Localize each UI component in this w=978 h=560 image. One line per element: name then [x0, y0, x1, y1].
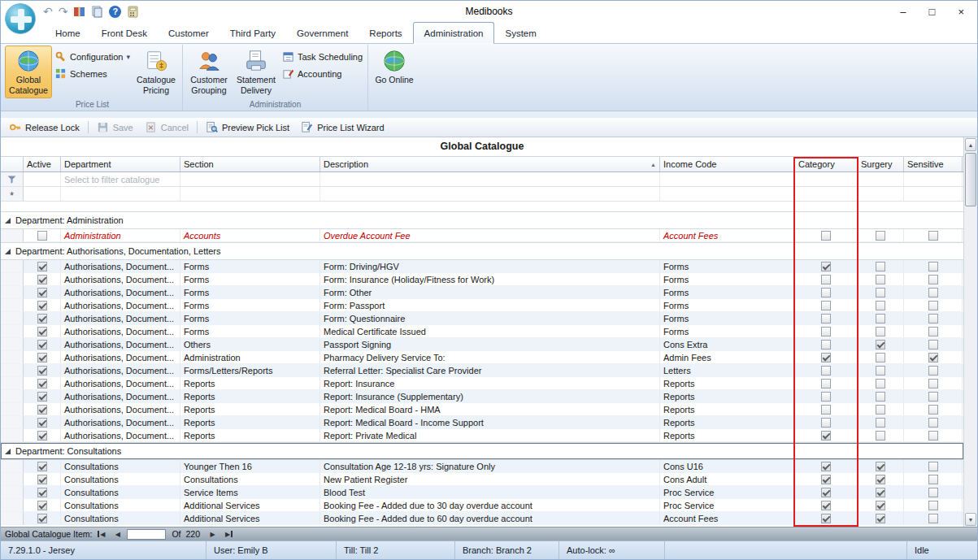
cell-category[interactable] — [795, 416, 858, 429]
cell-description[interactable]: Blood Test — [320, 486, 660, 499]
table-row[interactable]: Authorisations, Document...FormsForm: In… — [1, 273, 963, 286]
cell-sensitive[interactable] — [904, 364, 963, 377]
cell-active[interactable] — [24, 512, 61, 525]
cell-surgery[interactable] — [858, 229, 904, 242]
cell-active[interactable] — [24, 390, 61, 403]
cell-description[interactable]: Referral Letter: Specialist Care Provide… — [320, 364, 660, 377]
cell-surgery[interactable] — [858, 512, 904, 525]
column-header-section[interactable]: Section — [180, 157, 320, 171]
cell-income-code[interactable]: Reports — [660, 429, 795, 442]
active-checkbox[interactable] — [37, 418, 47, 428]
new-row-cell[interactable] — [858, 187, 904, 201]
cell-department[interactable]: Consultations — [61, 486, 180, 499]
sensitive-checkbox[interactable] — [928, 431, 938, 441]
sensitive-checkbox[interactable] — [928, 379, 938, 389]
cancel-button[interactable]: Cancel — [139, 119, 194, 135]
next-record-button[interactable]: ▶ — [206, 529, 220, 540]
cell-department[interactable]: Authorisations, Document... — [61, 377, 180, 390]
tab-front-desk[interactable]: Front Desk — [91, 22, 158, 43]
documents-icon[interactable] — [91, 6, 103, 18]
vertical-scrollbar[interactable]: ▲ ▼ — [963, 137, 977, 527]
cell-income-code[interactable]: Account Fees — [660, 512, 795, 525]
table-row[interactable]: ConsultationsAdditional ServicesBooking … — [1, 499, 963, 512]
surgery-checkbox[interactable] — [876, 275, 885, 284]
cell-description[interactable]: Form: Driving/HGV — [320, 260, 660, 273]
pick-list-icon[interactable] — [73, 6, 85, 18]
cell-section[interactable]: Forms — [180, 299, 320, 312]
category-checkbox[interactable] — [821, 392, 831, 402]
cell-active[interactable] — [24, 229, 61, 242]
preview-pick-list-button[interactable]: Preview Pick List — [200, 119, 295, 135]
cell-category[interactable] — [795, 429, 858, 442]
cell-department[interactable]: Authorisations, Document... — [61, 429, 180, 442]
cell-department[interactable]: Authorisations, Document... — [61, 260, 180, 273]
cell-department[interactable]: Authorisations, Document... — [61, 338, 180, 351]
calculator-icon[interactable] — [127, 6, 139, 18]
cell-active[interactable] — [24, 351, 61, 364]
cell-section[interactable]: Consultations — [180, 473, 320, 486]
cell-active[interactable] — [24, 325, 61, 338]
cell-category[interactable] — [795, 273, 858, 286]
scroll-up-icon[interactable]: ▲ — [965, 138, 976, 151]
price-list-wizard-button[interactable]: Price List Wizard — [295, 119, 390, 135]
cell-department[interactable]: Authorisations, Document... — [61, 286, 180, 299]
help-icon[interactable]: ? — [109, 6, 121, 18]
cell-section[interactable]: Administration — [180, 351, 320, 364]
cell-section[interactable]: Reports — [180, 403, 320, 416]
cell-category[interactable] — [795, 351, 858, 364]
active-checkbox[interactable] — [37, 301, 47, 310]
catalogue-pricing-button[interactable]: Catalogue Pricing — [133, 46, 180, 98]
cell-category[interactable] — [795, 499, 858, 512]
cell-department[interactable]: Authorisations, Document... — [61, 299, 180, 312]
cell-surgery[interactable] — [858, 390, 904, 403]
surgery-checkbox[interactable] — [876, 314, 885, 323]
cell-description[interactable]: Form: Questionnaire — [320, 312, 660, 325]
category-checkbox[interactable] — [821, 514, 831, 523]
cell-sensitive[interactable] — [904, 338, 963, 351]
sensitive-checkbox[interactable] — [928, 366, 938, 376]
cell-description[interactable]: Report: Medical Board - HMA — [320, 403, 660, 416]
cell-category[interactable] — [795, 364, 858, 377]
cell-income-code[interactable]: Proc Service — [660, 499, 795, 512]
tab-home[interactable]: Home — [45, 22, 91, 43]
cell-sensitive[interactable] — [904, 486, 963, 499]
cell-surgery[interactable] — [858, 299, 904, 312]
active-checkbox[interactable] — [37, 462, 47, 471]
cell-department[interactable]: Authorisations, Document... — [61, 312, 180, 325]
sensitive-checkbox[interactable] — [928, 301, 938, 310]
active-checkbox[interactable] — [37, 366, 47, 376]
table-row[interactable]: Authorisations, Document...Forms/Letters… — [1, 364, 963, 377]
tab-third-party[interactable]: Third Party — [220, 22, 286, 43]
sensitive-checkbox[interactable] — [928, 475, 938, 484]
filter-cell[interactable]: Select to filter catalogue — [61, 172, 180, 186]
cell-section[interactable]: Reports — [180, 416, 320, 429]
active-checkbox[interactable] — [37, 514, 47, 523]
active-checkbox[interactable] — [37, 231, 47, 241]
cell-sensitive[interactable] — [904, 429, 963, 442]
sensitive-checkbox[interactable] — [928, 314, 938, 323]
cell-description[interactable]: Booking Fee - Added due to 30 day overdu… — [320, 499, 660, 512]
cell-income-code[interactable]: Cons Extra — [660, 338, 795, 351]
surgery-checkbox[interactable] — [876, 327, 885, 336]
cell-category[interactable] — [795, 486, 858, 499]
cell-description[interactable]: Consultation Age 12-18 yrs: Signature On… — [320, 460, 660, 473]
tab-reports[interactable]: Reports — [359, 22, 412, 43]
configuration-button[interactable]: Configuration ▾ — [54, 50, 130, 63]
cell-category[interactable] — [795, 473, 858, 486]
cell-category[interactable] — [795, 460, 858, 473]
cell-section[interactable]: Younger Then 16 — [180, 460, 320, 473]
cell-surgery[interactable] — [858, 338, 904, 351]
surgery-checkbox[interactable] — [876, 301, 885, 310]
app-logo-icon[interactable] — [5, 3, 36, 34]
sensitive-checkbox[interactable] — [928, 327, 938, 336]
cell-sensitive[interactable] — [904, 286, 963, 299]
new-row-cell[interactable] — [320, 187, 660, 201]
cell-description[interactable]: Report: Private Medical — [320, 429, 660, 442]
cell-surgery[interactable] — [858, 273, 904, 286]
cell-active[interactable] — [24, 473, 61, 486]
filter-cell[interactable] — [858, 172, 904, 186]
collapse-group-icon[interactable] — [5, 449, 11, 454]
column-header-sensitive[interactable]: Sensitive — [904, 157, 963, 171]
cell-section[interactable]: Accounts — [180, 229, 320, 242]
table-row[interactable]: ConsultationsConsultationsNew Patient Re… — [1, 473, 963, 486]
